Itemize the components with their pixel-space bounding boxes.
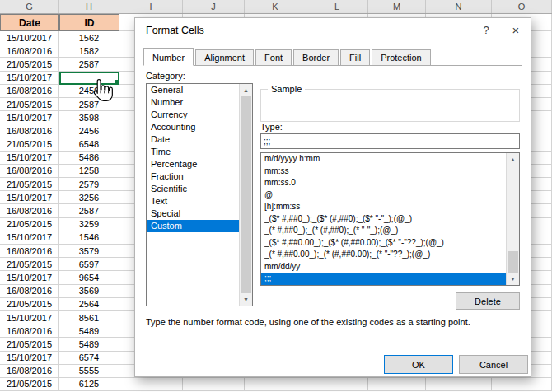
cell-date[interactable]: 21/05/2015 bbox=[0, 98, 59, 111]
delete-button[interactable]: Delete bbox=[456, 292, 520, 310]
category-item[interactable]: Fraction bbox=[147, 170, 239, 183]
cell-date[interactable]: 16/08/2016 bbox=[0, 165, 59, 178]
cell-date[interactable]: 15/10/2017 bbox=[0, 352, 59, 365]
cell-empty[interactable] bbox=[306, 378, 368, 391]
column-header-h[interactable]: H bbox=[59, 0, 119, 13]
cell-id[interactable]: 5486 bbox=[59, 152, 119, 165]
cell-date[interactable]: 15/10/2017 bbox=[0, 191, 59, 204]
ok-button[interactable]: OK bbox=[384, 355, 453, 374]
cell-date[interactable]: 15/10/2017 bbox=[0, 271, 59, 284]
cell-empty[interactable] bbox=[426, 378, 492, 391]
scroll-track[interactable] bbox=[240, 96, 252, 293]
column-header-m[interactable]: M bbox=[368, 0, 426, 13]
cell-id[interactable]: 2456 bbox=[59, 124, 119, 138]
column-header-l[interactable]: L bbox=[306, 0, 368, 13]
cell-id[interactable]: 2579 bbox=[59, 178, 119, 191]
cell-id[interactable]: 2564 bbox=[59, 298, 119, 311]
cell-id[interactable] bbox=[59, 72, 119, 85]
cell-id[interactable]: 1258 bbox=[59, 165, 119, 178]
cell-date[interactable]: 21/05/2015 bbox=[0, 378, 59, 391]
cell-id[interactable]: 6574 bbox=[59, 352, 119, 365]
scroll-down-icon[interactable]: ▼ bbox=[507, 273, 519, 285]
cell-id[interactable]: 2456 bbox=[59, 85, 119, 98]
category-item[interactable]: Custom bbox=[147, 220, 239, 232]
format-code-item[interactable]: @ bbox=[261, 189, 506, 202]
cell-id[interactable]: 3569 bbox=[59, 285, 119, 298]
cell-date[interactable]: 16/08/2016 bbox=[0, 85, 59, 98]
id-column-title[interactable]: ID bbox=[59, 14, 119, 31]
cell-empty[interactable] bbox=[119, 378, 183, 391]
cell-id[interactable]: 1546 bbox=[59, 231, 119, 245]
dialog-titlebar[interactable]: Format Cells ? × bbox=[135, 18, 531, 43]
category-item[interactable]: Percentage bbox=[147, 158, 239, 170]
cell-id[interactable]: 2587 bbox=[59, 204, 119, 217]
scroll-thumb[interactable] bbox=[241, 96, 251, 293]
format-code-item[interactable]: mm/dd/yy bbox=[261, 261, 506, 273]
cell-id[interactable]: 3579 bbox=[59, 245, 119, 258]
cancel-button[interactable]: Cancel bbox=[459, 355, 528, 374]
cell-date[interactable]: 16/08/2016 bbox=[0, 124, 59, 138]
column-header-n[interactable]: N bbox=[426, 0, 492, 13]
cell-date[interactable]: 21/05/2015 bbox=[0, 58, 59, 71]
cell-empty[interactable] bbox=[368, 378, 426, 391]
dialog-tab[interactable]: Number bbox=[143, 48, 194, 66]
cell-id[interactable]: 8561 bbox=[59, 311, 119, 324]
cell-id[interactable]: 6548 bbox=[59, 138, 119, 152]
format-code-item[interactable]: ;;; bbox=[261, 273, 506, 285]
cell-date[interactable]: 16/08/2016 bbox=[0, 204, 59, 217]
cell-id[interactable]: 2587 bbox=[59, 98, 119, 111]
type-input[interactable] bbox=[260, 133, 520, 149]
category-item[interactable]: Time bbox=[147, 146, 239, 158]
cell-id[interactable]: 1562 bbox=[59, 31, 119, 44]
format-code-item[interactable]: _(* #,##0.00_);_(* (#,##0.00);_(* "-"??_… bbox=[261, 249, 506, 261]
cell-date[interactable]: 15/10/2017 bbox=[0, 72, 59, 85]
cell-date[interactable]: 16/08/2016 bbox=[0, 365, 59, 378]
format-code-item[interactable]: _($* #,##0.00_);_($* (#,##0.00);_($* "-"… bbox=[261, 237, 506, 250]
cell-id[interactable]: 9654 bbox=[59, 271, 119, 284]
date-column-title[interactable]: Date bbox=[0, 14, 59, 31]
cell-empty[interactable] bbox=[245, 378, 306, 391]
cell-date[interactable]: 21/05/2015 bbox=[0, 338, 59, 351]
column-header-o[interactable]: O bbox=[492, 0, 552, 13]
cell-date[interactable]: 15/10/2017 bbox=[0, 111, 59, 124]
category-item[interactable]: General bbox=[147, 84, 239, 96]
scroll-track[interactable] bbox=[507, 166, 519, 273]
category-item[interactable]: Accounting bbox=[147, 121, 239, 133]
cell-id[interactable]: 2587 bbox=[59, 58, 119, 71]
cell-id[interactable]: 3256 bbox=[59, 191, 119, 204]
cell-id[interactable]: 1582 bbox=[59, 44, 119, 58]
format-code-item[interactable]: m/d/yyyy h:mm bbox=[261, 153, 506, 166]
close-button[interactable]: × bbox=[501, 18, 531, 43]
scroll-up-icon[interactable]: ▲ bbox=[240, 84, 252, 96]
cell-id[interactable]: 3259 bbox=[59, 218, 119, 231]
format-code-item[interactable]: mm:ss bbox=[261, 166, 506, 178]
column-header-k[interactable]: K bbox=[245, 0, 306, 13]
format-scrollbar[interactable]: ▲ ▼ bbox=[506, 153, 519, 285]
cell-id[interactable]: 3598 bbox=[59, 111, 119, 124]
cell-date[interactable]: 16/08/2016 bbox=[0, 324, 59, 338]
help-button[interactable]: ? bbox=[471, 18, 501, 43]
format-code-item[interactable]: _(* #,##0_);_(* (#,##0);_(* "-"_);(@_) bbox=[261, 225, 506, 237]
cell-id[interactable]: 6597 bbox=[59, 258, 119, 271]
column-header-i[interactable]: I bbox=[119, 0, 183, 13]
cell-empty[interactable] bbox=[183, 378, 245, 391]
scroll-up-icon[interactable]: ▲ bbox=[507, 153, 519, 166]
cell-id[interactable]: 5489 bbox=[59, 324, 119, 338]
cell-id[interactable]: 5489 bbox=[59, 338, 119, 351]
cell-date[interactable]: 15/10/2017 bbox=[0, 31, 59, 44]
column-header-g[interactable]: G bbox=[0, 0, 59, 13]
category-scrollbar[interactable]: ▲ ▼ bbox=[239, 84, 252, 306]
category-item[interactable]: Date bbox=[147, 133, 239, 146]
cell-date[interactable]: 16/08/2016 bbox=[0, 44, 59, 58]
cell-date[interactable]: 21/05/2015 bbox=[0, 178, 59, 191]
format-code-item[interactable]: mm:ss.0 bbox=[261, 177, 506, 189]
cell-id[interactable]: 6125 bbox=[59, 378, 119, 391]
category-item[interactable]: Scientific bbox=[147, 183, 239, 195]
dialog-tab[interactable]: Font bbox=[255, 49, 292, 66]
cell-date[interactable]: 16/08/2016 bbox=[0, 245, 59, 258]
cell-date[interactable]: 21/05/2015 bbox=[0, 218, 59, 231]
category-item[interactable]: Text bbox=[147, 195, 239, 208]
dialog-tab[interactable]: Border bbox=[293, 49, 339, 66]
category-item[interactable]: Number bbox=[147, 96, 239, 109]
format-code-item[interactable]: _($* #,##0_);_($* (#,##0);_($* "-"_);(@_… bbox=[261, 213, 506, 226]
